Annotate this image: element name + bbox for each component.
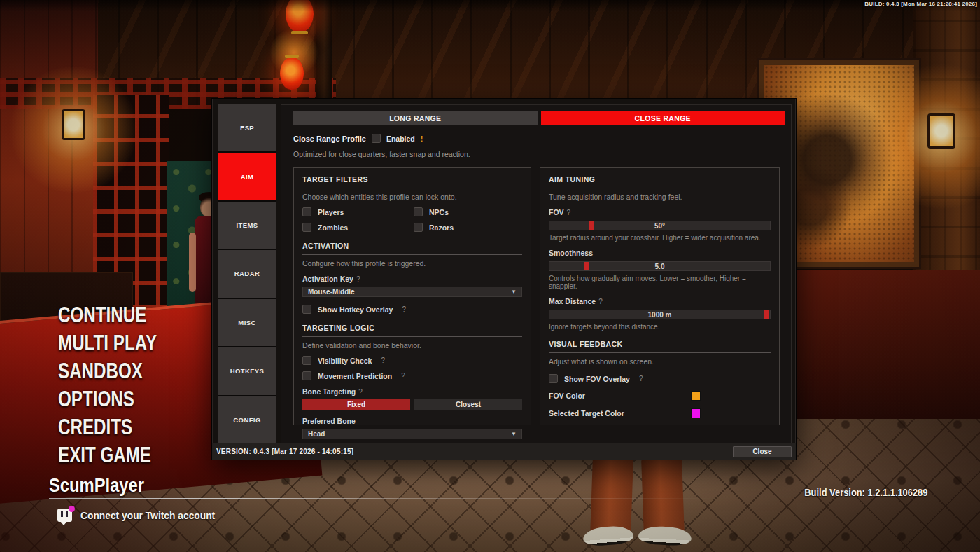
- fov-row: FOV ?: [549, 208, 771, 216]
- players-label: Players: [318, 208, 344, 216]
- wall-lamp-left: [42, 98, 98, 161]
- menu-item-multi-play[interactable]: MULTI PLAY: [58, 329, 157, 357]
- max-distance-slider-handle[interactable]: [764, 310, 769, 319]
- players-checkbox[interactable]: [302, 207, 312, 216]
- close-button[interactable]: Close: [733, 446, 792, 457]
- right-settings-box: AIM TUNING Tune acquisition radius and t…: [540, 167, 780, 425]
- checkbox-row-visibility: Visibility Check ?: [302, 356, 522, 365]
- activation-key-value: Mouse-Middle: [308, 288, 355, 296]
- show-hotkey-overlay-label: Show Hotkey Overlay: [318, 305, 393, 314]
- section-rule: [549, 352, 771, 353]
- section-rule: [302, 336, 522, 337]
- sidebar-item-hotkeys[interactable]: HOTKEYS: [218, 347, 276, 394]
- max-distance-value: 1000 m: [550, 310, 770, 319]
- sidebar-item-config[interactable]: CONFIG: [218, 396, 276, 443]
- max-distance-row: Max Distance ?: [549, 297, 771, 305]
- section-title-aim-tuning: AIM TUNING: [549, 174, 771, 184]
- checkbox-row-players: Players: [302, 207, 411, 216]
- help-icon: ?: [381, 357, 385, 364]
- profile-description: Optimized for close quarters, faster sna…: [293, 150, 470, 158]
- razors-checkbox[interactable]: [414, 223, 423, 232]
- profile-enabled-label: Enabled: [386, 134, 415, 143]
- aim-tuning-description: Tune acquisition radius and tracking fee…: [549, 193, 771, 201]
- visibility-check-label: Visibility Check: [318, 357, 372, 365]
- menu-item-options[interactable]: OPTIONS: [58, 385, 157, 413]
- section-title-target-filters: TARGET FILTERS: [302, 174, 522, 184]
- build-banner: BUILD: 0.4.3 [Mon Mar 16 21:28:41 2026]: [864, 1, 977, 7]
- max-distance-hint: Ignore targets beyond this distance.: [549, 323, 771, 331]
- chevron-down-icon: ▼: [511, 431, 517, 437]
- sidebar-item-aim[interactable]: AIM: [218, 153, 276, 200]
- help-icon: ?: [358, 388, 363, 396]
- fov-color-row: FOV Color: [549, 391, 771, 401]
- cheat-footer: VERSION: 0.4.3 [Mar 17 2026 - 14:05:15] …: [212, 443, 796, 460]
- range-tabs: LONG RANGE CLOSE RANGE: [293, 111, 785, 125]
- twitch-connect-label: Connect your Twitch account: [80, 509, 215, 521]
- fov-color-swatch[interactable]: [691, 391, 701, 401]
- section-rule: [302, 254, 522, 255]
- profile-enabled-checkbox[interactable]: [372, 134, 381, 143]
- tab-long-range[interactable]: LONG RANGE: [293, 111, 538, 125]
- visibility-check-checkbox[interactable]: [302, 356, 312, 365]
- wood-post: [316, 0, 332, 104]
- menu-item-exit-game[interactable]: EXIT GAME: [58, 441, 157, 469]
- fov-label: FOV: [549, 208, 564, 216]
- cheat-panel: ESP AIM ITEMS RADAR MISC HOTKEYS CONFIG …: [211, 98, 797, 460]
- zombies-checkbox[interactable]: [302, 223, 312, 232]
- player-name-block: ScumPlayer: [49, 475, 158, 497]
- fov-slider[interactable]: 50°: [549, 221, 771, 230]
- bone-mode-fixed-button[interactable]: Fixed: [302, 399, 410, 410]
- tab-close-range[interactable]: CLOSE RANGE: [541, 111, 785, 125]
- checkbox-row-razors: Razors: [414, 223, 522, 232]
- movement-prediction-checkbox[interactable]: [302, 371, 312, 380]
- menu-item-credits[interactable]: CREDITS: [58, 413, 157, 441]
- smoothness-slider-handle[interactable]: [584, 262, 589, 270]
- show-fov-overlay-checkbox[interactable]: [549, 374, 558, 383]
- show-hotkey-overlay-checkbox[interactable]: [302, 305, 312, 314]
- sidebar-item-esp[interactable]: ESP: [218, 104, 276, 151]
- preferred-bone-dropdown[interactable]: Head ▼: [302, 429, 522, 439]
- targeting-logic-description: Define validation and bone behavior.: [302, 341, 522, 350]
- sidebar-item-radar[interactable]: RADAR: [218, 250, 276, 297]
- fov-color-label: FOV Color: [549, 392, 691, 400]
- selected-target-color-swatch[interactable]: [691, 408, 701, 418]
- screen: BUILD: 0.4.3 [Mon Mar 16 21:28:41 2026] …: [0, 0, 980, 552]
- activation-key-row: Activation Key ?: [302, 275, 522, 283]
- lantern-body: [280, 57, 304, 90]
- selected-target-color-row: Selected Target Color: [549, 408, 771, 418]
- character-leg: [641, 456, 685, 538]
- max-distance-slider[interactable]: 1000 m: [549, 310, 771, 319]
- sidebar-item-items[interactable]: ITEMS: [218, 202, 276, 249]
- twitch-icon: [57, 509, 72, 522]
- help-icon: ?: [402, 305, 406, 313]
- section-rule: [302, 188, 522, 188]
- selected-target-color-label: Selected Target Color: [549, 409, 691, 418]
- npcs-checkbox[interactable]: [414, 207, 423, 216]
- left-settings-box: TARGET FILTERS Choose which entities thi…: [293, 167, 531, 425]
- smoothness-slider[interactable]: 5.0: [549, 261, 771, 271]
- warning-icon: !: [421, 134, 424, 143]
- menu-separator-line: [49, 498, 714, 499]
- zombies-label: Zombies: [318, 223, 348, 232]
- activation-key-dropdown[interactable]: Mouse-Middle ▼: [302, 287, 522, 297]
- twitch-connect[interactable]: Connect your Twitch account: [57, 509, 227, 522]
- section-rule: [549, 188, 771, 188]
- sidebar-item-misc[interactable]: MISC: [218, 299, 276, 346]
- character-leg: [590, 456, 634, 538]
- section-title-activation: ACTIVATION: [302, 240, 522, 250]
- menu-item-continue[interactable]: CONTINUE: [58, 301, 157, 329]
- bone-mode-closest-button[interactable]: Closest: [414, 399, 522, 410]
- movement-prediction-label: Movement Prediction: [318, 372, 392, 380]
- menu-item-sandbox[interactable]: SANDBOX: [58, 357, 157, 385]
- lamp-fixture: [927, 113, 955, 149]
- smoothness-label: Smoothness: [549, 249, 593, 257]
- target-filters-description: Choose which entities this profile can l…: [302, 193, 522, 201]
- fov-slider-handle[interactable]: [589, 221, 594, 230]
- razors-label: Razors: [429, 223, 454, 232]
- show-fov-overlay-label: Show FOV Overlay: [564, 375, 630, 383]
- fov-hint: Target radius around your crosshair. Hig…: [549, 234, 771, 242]
- section-title-targeting-logic: TARGETING LOGIC: [302, 322, 522, 332]
- notification-dot: [69, 506, 75, 512]
- cheat-sidebar: ESP AIM ITEMS RADAR MISC HOTKEYS CONFIG: [218, 104, 276, 443]
- npc-arm: [189, 233, 196, 292]
